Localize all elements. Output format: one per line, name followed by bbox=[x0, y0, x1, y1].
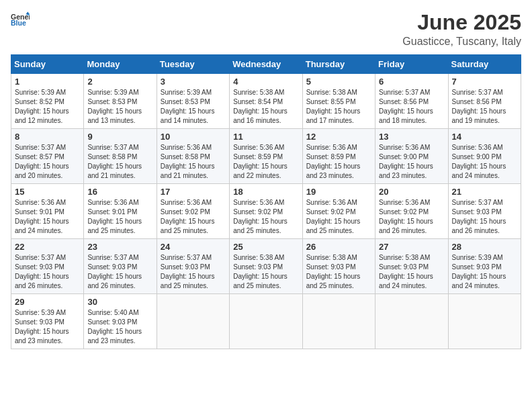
calendar-day-18: 18 Sunrise: 5:36 AMSunset: 9:02 PMDaylig… bbox=[230, 184, 302, 239]
calendar-day-5: 5 Sunrise: 5:38 AMSunset: 8:55 PMDayligh… bbox=[302, 74, 375, 129]
logo-icon: General Blue bbox=[11, 11, 30, 30]
calendar-day-1: 1 Sunrise: 5:39 AMSunset: 8:52 PMDayligh… bbox=[11, 74, 84, 129]
day-number: 14 bbox=[452, 132, 517, 142]
calendar-day-28: 28 Sunrise: 5:39 AMSunset: 9:03 PMDaylig… bbox=[448, 239, 521, 294]
day-info: Sunrise: 5:37 AMSunset: 9:03 PMDaylight:… bbox=[452, 199, 506, 234]
day-info: Sunrise: 5:36 AMSunset: 9:01 PMDaylight:… bbox=[87, 199, 142, 234]
calendar-header-row: SundayMondayTuesdayWednesdayThursdayFrid… bbox=[11, 55, 521, 74]
day-info: Sunrise: 5:37 AMSunset: 8:56 PMDaylight:… bbox=[379, 89, 433, 124]
calendar-day-4: 4 Sunrise: 5:38 AMSunset: 8:54 PMDayligh… bbox=[230, 74, 302, 129]
empty-cell bbox=[157, 294, 229, 349]
calendar-day-17: 17 Sunrise: 5:36 AMSunset: 9:02 PMDaylig… bbox=[157, 184, 229, 239]
empty-cell bbox=[302, 294, 375, 349]
calendar-week-3: 15 Sunrise: 5:36 AMSunset: 9:01 PMDaylig… bbox=[11, 184, 521, 239]
calendar-table: SundayMondayTuesdayWednesdayThursdayFrid… bbox=[11, 54, 521, 349]
calendar-header-monday: Monday bbox=[84, 55, 157, 74]
day-info: Sunrise: 5:36 AMSunset: 8:58 PMDaylight:… bbox=[161, 144, 215, 179]
day-number: 16 bbox=[87, 187, 152, 197]
empty-cell bbox=[230, 294, 302, 349]
empty-cell bbox=[448, 294, 521, 349]
day-number: 3 bbox=[161, 77, 226, 87]
day-number: 21 bbox=[452, 187, 517, 197]
day-info: Sunrise: 5:38 AMSunset: 8:54 PMDaylight:… bbox=[233, 89, 287, 124]
day-info: Sunrise: 5:38 AMSunset: 8:55 PMDaylight:… bbox=[306, 89, 361, 124]
calendar-day-20: 20 Sunrise: 5:36 AMSunset: 9:02 PMDaylig… bbox=[375, 184, 448, 239]
day-number: 24 bbox=[161, 242, 226, 252]
calendar-week-2: 8 Sunrise: 5:37 AMSunset: 8:57 PMDayligh… bbox=[11, 129, 521, 184]
day-info: Sunrise: 5:39 AMSunset: 9:03 PMDaylight:… bbox=[452, 254, 506, 289]
day-number: 18 bbox=[233, 187, 298, 197]
day-number: 4 bbox=[233, 77, 298, 87]
calendar-day-23: 23 Sunrise: 5:37 AMSunset: 9:03 PMDaylig… bbox=[84, 239, 157, 294]
calendar-week-5: 29 Sunrise: 5:39 AMSunset: 9:03 PMDaylig… bbox=[11, 294, 521, 349]
day-info: Sunrise: 5:37 AMSunset: 9:03 PMDaylight:… bbox=[87, 254, 142, 289]
day-number: 22 bbox=[15, 242, 80, 252]
day-number: 17 bbox=[161, 187, 226, 197]
calendar-header-saturday: Saturday bbox=[448, 55, 521, 74]
day-info: Sunrise: 5:39 AMSunset: 9:03 PMDaylight:… bbox=[15, 309, 69, 345]
calendar-day-12: 12 Sunrise: 5:36 AMSunset: 8:59 PMDaylig… bbox=[302, 129, 375, 184]
day-number: 28 bbox=[452, 242, 517, 252]
calendar-day-7: 7 Sunrise: 5:37 AMSunset: 8:56 PMDayligh… bbox=[448, 74, 521, 129]
calendar-day-15: 15 Sunrise: 5:36 AMSunset: 9:01 PMDaylig… bbox=[11, 184, 84, 239]
day-info: Sunrise: 5:37 AMSunset: 8:56 PMDaylight:… bbox=[452, 89, 506, 124]
calendar-day-29: 29 Sunrise: 5:39 AMSunset: 9:03 PMDaylig… bbox=[11, 294, 84, 349]
day-number: 6 bbox=[379, 77, 444, 87]
day-info: Sunrise: 5:38 AMSunset: 9:03 PMDaylight:… bbox=[233, 254, 287, 289]
day-number: 25 bbox=[233, 242, 298, 252]
calendar-day-9: 9 Sunrise: 5:37 AMSunset: 8:58 PMDayligh… bbox=[84, 129, 157, 184]
calendar-header-sunday: Sunday bbox=[11, 55, 84, 74]
calendar-week-1: 1 Sunrise: 5:39 AMSunset: 8:52 PMDayligh… bbox=[11, 74, 521, 129]
calendar-week-4: 22 Sunrise: 5:37 AMSunset: 9:03 PMDaylig… bbox=[11, 239, 521, 294]
day-info: Sunrise: 5:37 AMSunset: 8:57 PMDaylight:… bbox=[15, 144, 69, 179]
calendar-day-6: 6 Sunrise: 5:37 AMSunset: 8:56 PMDayligh… bbox=[375, 74, 448, 129]
calendar-header-tuesday: Tuesday bbox=[157, 55, 229, 74]
day-number: 15 bbox=[15, 187, 80, 197]
location-title: Guasticce, Tuscany, Italy bbox=[402, 36, 521, 48]
calendar-day-24: 24 Sunrise: 5:37 AMSunset: 9:03 PMDaylig… bbox=[157, 239, 229, 294]
calendar-header-friday: Friday bbox=[375, 55, 448, 74]
day-number: 10 bbox=[161, 132, 226, 142]
calendar-day-21: 21 Sunrise: 5:37 AMSunset: 9:03 PMDaylig… bbox=[448, 184, 521, 239]
calendar-day-25: 25 Sunrise: 5:38 AMSunset: 9:03 PMDaylig… bbox=[230, 239, 302, 294]
calendar-day-10: 10 Sunrise: 5:36 AMSunset: 8:58 PMDaylig… bbox=[157, 129, 229, 184]
day-info: Sunrise: 5:38 AMSunset: 9:03 PMDaylight:… bbox=[306, 254, 361, 289]
calendar-header-wednesday: Wednesday bbox=[230, 55, 302, 74]
day-info: Sunrise: 5:40 AMSunset: 9:03 PMDaylight:… bbox=[87, 309, 142, 345]
calendar-day-11: 11 Sunrise: 5:36 AMSunset: 8:59 PMDaylig… bbox=[230, 129, 302, 184]
day-info: Sunrise: 5:36 AMSunset: 9:02 PMDaylight:… bbox=[233, 199, 287, 234]
month-title: June 2025 bbox=[402, 11, 521, 34]
day-info: Sunrise: 5:36 AMSunset: 9:02 PMDaylight:… bbox=[379, 199, 433, 234]
calendar-day-22: 22 Sunrise: 5:37 AMSunset: 9:03 PMDaylig… bbox=[11, 239, 84, 294]
day-info: Sunrise: 5:36 AMSunset: 9:01 PMDaylight:… bbox=[15, 199, 69, 234]
svg-text:Blue: Blue bbox=[11, 19, 26, 27]
day-info: Sunrise: 5:37 AMSunset: 9:03 PMDaylight:… bbox=[161, 254, 215, 289]
day-number: 8 bbox=[15, 132, 80, 142]
day-info: Sunrise: 5:36 AMSunset: 8:59 PMDaylight:… bbox=[233, 144, 287, 179]
day-info: Sunrise: 5:39 AMSunset: 8:53 PMDaylight:… bbox=[161, 89, 215, 124]
calendar-header-thursday: Thursday bbox=[302, 55, 375, 74]
calendar-day-2: 2 Sunrise: 5:39 AMSunset: 8:53 PMDayligh… bbox=[84, 74, 157, 129]
empty-cell bbox=[375, 294, 448, 349]
page-header: General Blue June 2025 Guasticce, Tuscan… bbox=[11, 11, 521, 48]
calendar-day-14: 14 Sunrise: 5:36 AMSunset: 9:00 PMDaylig… bbox=[448, 129, 521, 184]
day-number: 23 bbox=[87, 242, 152, 252]
day-number: 7 bbox=[452, 77, 517, 87]
day-number: 11 bbox=[233, 132, 298, 142]
day-info: Sunrise: 5:36 AMSunset: 8:59 PMDaylight:… bbox=[306, 144, 361, 179]
day-info: Sunrise: 5:36 AMSunset: 9:02 PMDaylight:… bbox=[161, 199, 215, 234]
day-info: Sunrise: 5:37 AMSunset: 8:58 PMDaylight:… bbox=[87, 144, 142, 179]
day-number: 26 bbox=[306, 242, 371, 252]
day-info: Sunrise: 5:39 AMSunset: 8:52 PMDaylight:… bbox=[15, 89, 69, 124]
day-info: Sunrise: 5:39 AMSunset: 8:53 PMDaylight:… bbox=[87, 89, 142, 124]
day-info: Sunrise: 5:36 AMSunset: 9:00 PMDaylight:… bbox=[452, 144, 506, 179]
logo: General Blue bbox=[11, 11, 30, 30]
calendar-day-8: 8 Sunrise: 5:37 AMSunset: 8:57 PMDayligh… bbox=[11, 129, 84, 184]
calendar-day-30: 30 Sunrise: 5:40 AMSunset: 9:03 PMDaylig… bbox=[84, 294, 157, 349]
day-number: 30 bbox=[87, 297, 152, 307]
day-number: 13 bbox=[379, 132, 444, 142]
day-number: 1 bbox=[15, 77, 80, 87]
day-number: 2 bbox=[87, 77, 152, 87]
title-block: June 2025 Guasticce, Tuscany, Italy bbox=[402, 11, 521, 48]
day-number: 9 bbox=[87, 132, 152, 142]
